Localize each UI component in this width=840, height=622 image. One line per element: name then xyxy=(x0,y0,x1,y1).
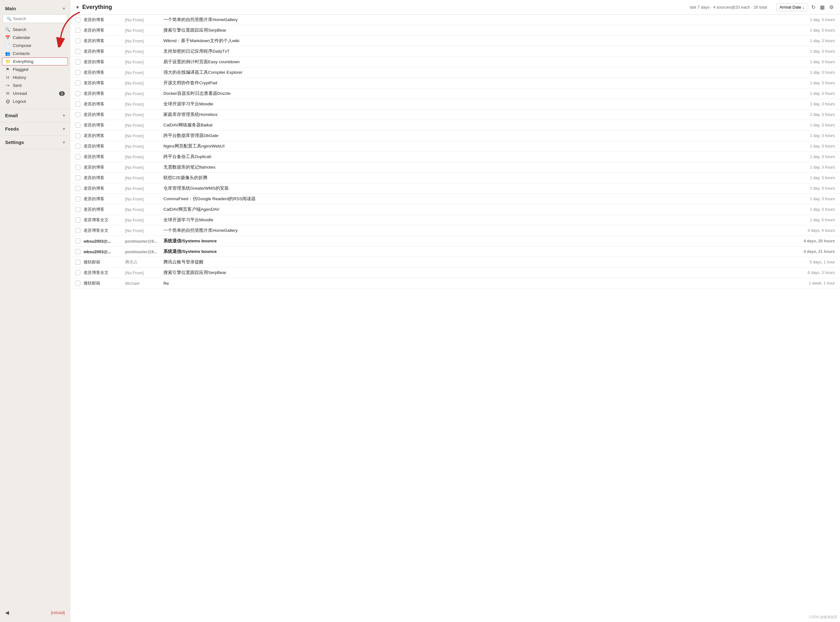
sidebar-item-flagged[interactable]: ⚑Flagged xyxy=(0,66,70,73)
collapse-button[interactable]: ◀ xyxy=(5,610,9,616)
email-row[interactable]: 老苏博客全文[No From]搜索引擎位置跟踪应用SerpBear6 days,… xyxy=(70,268,840,278)
email-row[interactable]: 老苏的博客[No From]支持加密的日记应用程序DailyTxT1 day, … xyxy=(70,46,840,57)
email-row[interactable]: 老苏博客全文[No From]一个简单的自托管图片库HomeGallery4 d… xyxy=(70,226,840,236)
email-sender: 老苏的博客 xyxy=(84,154,122,160)
email-checkbox[interactable] xyxy=(75,228,81,233)
email-checkbox[interactable] xyxy=(75,102,81,107)
sidebar-settings-header[interactable]: Settings ▾ xyxy=(0,138,70,147)
email-row[interactable]: 微软邮箱腾讯云腾讯云账号登录提醒5 days, 1 hour xyxy=(70,257,840,268)
sidebar-divider-1 xyxy=(0,108,70,109)
email-from: [No From] xyxy=(125,154,160,159)
sidebar-item-logout[interactable]: ⏻Logout xyxy=(0,98,70,105)
sidebar-item-search[interactable]: 🔍Search xyxy=(0,26,70,34)
email-row[interactable]: 老苏的博客[No From]联想C2E摄像头的折腾1 day, 3 hours xyxy=(70,173,840,183)
filter-icon[interactable]: ▼ xyxy=(75,5,80,10)
email-checkbox[interactable] xyxy=(75,270,81,275)
email-checkbox[interactable] xyxy=(75,197,81,201)
sidebar-email-header[interactable]: Email ▾ xyxy=(0,111,70,120)
email-checkbox[interactable] xyxy=(75,186,81,191)
email-checkbox[interactable] xyxy=(75,144,81,149)
email-checkbox[interactable] xyxy=(75,165,81,170)
email-checkbox[interactable] xyxy=(75,28,81,33)
email-checkbox[interactable] xyxy=(75,218,81,223)
email-checkbox[interactable] xyxy=(75,123,81,128)
email-row[interactable]: 老苏的博客[No From]全球开源学习平台Moodle1 day, 3 hou… xyxy=(70,99,840,110)
reload-link[interactable]: [reload] xyxy=(51,610,65,615)
email-checkbox[interactable] xyxy=(75,59,81,64)
sidebar-item-label-calendar: Calendar xyxy=(13,35,65,40)
email-row[interactable]: 老苏的博客[No From]跨平台数据库管理器DbGate1 day, 3 ho… xyxy=(70,131,840,141)
email-checkbox[interactable] xyxy=(75,133,81,138)
sidebar-main-header[interactable]: Main ▾ xyxy=(0,4,70,13)
email-checkbox[interactable] xyxy=(75,38,81,43)
sidebar-item-compose[interactable]: 📄Compose xyxy=(0,41,70,49)
email-subject: 联想C2E摄像头的折腾 xyxy=(163,175,790,181)
email-checkbox[interactable] xyxy=(75,249,81,254)
sidebar-feeds-chevron: ▾ xyxy=(63,127,65,131)
email-checkbox[interactable] xyxy=(75,49,81,54)
email-checkbox[interactable] xyxy=(75,238,81,244)
settings-button[interactable]: ⚙ xyxy=(828,3,835,11)
email-sender: 老苏的博客 xyxy=(84,165,122,170)
sidebar-item-sent[interactable]: ↪Sent xyxy=(0,81,70,89)
email-row[interactable]: 老苏的博客[No From]Nginx网页配置工具nginxWebUI1 day… xyxy=(70,141,840,152)
email-subject: 全球开源学习平台Moodle xyxy=(163,217,790,223)
email-checkbox[interactable] xyxy=(75,259,81,265)
email-row[interactable]: 老苏的博客[No From]CalDAV网页客户端AgenDAV1 day, 3… xyxy=(70,204,840,215)
email-row[interactable]: 老苏的博客[No From]无需数据库的笔记flatnotes1 day, 3 … xyxy=(70,162,840,173)
email-sender: wbsu2003@... xyxy=(84,249,122,254)
email-row[interactable]: 老苏的博客[No From]强大的在线编译器工具Compiler Explore… xyxy=(70,67,840,78)
email-checkbox[interactable] xyxy=(75,154,81,159)
email-row[interactable]: 老苏的博客[No From]开源文档协作套件CryptPad1 day, 3 h… xyxy=(70,78,840,88)
email-checkbox[interactable] xyxy=(75,112,81,117)
sort-button[interactable]: Arrival Date ↓ xyxy=(776,3,808,11)
email-row[interactable]: wbsu2003@...postmaster@8...系统退信/Systems … xyxy=(70,236,840,247)
email-row[interactable]: 老苏博客全文[No From]全球开源学习平台Moodle1 day, 5 ho… xyxy=(70,215,840,226)
email-subject: 易于设置的倒计时页面Easy countdown xyxy=(163,59,790,65)
sidebar-item-calendar[interactable]: 📅Calendar xyxy=(0,34,70,41)
email-sender: 老苏的博客 xyxy=(84,101,122,107)
email-checkbox[interactable] xyxy=(75,70,81,75)
email-row[interactable]: 老苏的博客[No From]Docker容器实时日志查看器Dozzle1 day… xyxy=(70,88,840,99)
email-sender: 老苏的博客 xyxy=(84,122,122,128)
email-row[interactable]: 老苏的博客[No From]易于设置的倒计时页面Easy countdown1 … xyxy=(70,57,840,67)
email-time: 1 day, 3 hours xyxy=(793,175,835,180)
email-row[interactable]: 老苏的博客[No From]搜索引擎位置跟踪应用SerpBear1 day, 3… xyxy=(70,25,840,36)
email-row[interactable]: 微软邮箱MichaelRe1 week, 1 hour xyxy=(70,278,840,289)
email-from: [No From] xyxy=(125,28,160,33)
email-checkbox[interactable] xyxy=(75,175,81,180)
sidebar-feeds-header[interactable]: Feeds ▾ xyxy=(0,124,70,133)
sidebar-search-container[interactable]: 🔍 xyxy=(3,14,67,23)
sidebar-item-history[interactable]: HHistory xyxy=(0,73,70,81)
sidebar-settings-chevron: ▾ xyxy=(63,140,65,145)
view-button[interactable]: ▦ xyxy=(819,3,826,11)
email-list: 老苏的博客[No From]一个简单的自托管图片库HomeGallery1 da… xyxy=(70,15,840,622)
email-from: [No From] xyxy=(125,60,160,64)
email-checkbox[interactable] xyxy=(75,81,81,85)
email-row[interactable]: 老苏的博客[No From]CommaFeed：仿Google Readerd的… xyxy=(70,194,840,204)
email-checkbox[interactable] xyxy=(75,17,81,22)
email-row[interactable]: 老苏的博客[No From]家庭库存管理系统Homebox1 day, 3 ho… xyxy=(70,110,840,120)
email-checkbox[interactable] xyxy=(75,207,81,212)
email-from: [No From] xyxy=(125,70,160,75)
email-checkbox[interactable] xyxy=(75,281,81,286)
sidebar-item-everything[interactable]: 📁Everything xyxy=(2,58,68,66)
sidebar-email-label: Email xyxy=(5,113,18,118)
email-sender: 老苏博客全文 xyxy=(84,228,122,233)
email-row[interactable]: 老苏的博客[No From]Wikmd：基于Markdown文件的个人wiki1… xyxy=(70,36,840,46)
email-row[interactable]: 老苏的博客[No From]跨平台备份工具Duplicati1 day, 3 h… xyxy=(70,152,840,162)
sidebar-item-contacts[interactable]: 👥Contacts xyxy=(0,49,70,58)
email-row[interactable]: wbsu2003@...postmaster@8...系统退信/Systems … xyxy=(70,247,840,257)
email-row[interactable]: 老苏的博客[No From]一个简单的自托管图片库HomeGallery1 da… xyxy=(70,15,840,25)
sidebar-item-unread[interactable]: ✉Unread0 xyxy=(0,89,70,98)
email-row[interactable]: 老苏的博客[No From]仓库管理系统GreaterWMS的安装1 day, … xyxy=(70,183,840,194)
email-checkbox[interactable] xyxy=(75,91,81,96)
sidebar-item-label-history: History xyxy=(13,75,65,80)
email-row[interactable]: 老苏的博客[No From]CalDAV网络服务器Baikal1 day, 3 … xyxy=(70,120,840,131)
email-subject: Re xyxy=(163,281,790,286)
search-input[interactable] xyxy=(13,16,67,21)
refresh-button[interactable]: ↻ xyxy=(810,3,817,11)
email-subject: 一个简单的自托管图片库HomeGallery xyxy=(163,17,790,23)
sidebar-item-label-sent: Sent xyxy=(13,83,65,88)
email-sender: 老苏的博客 xyxy=(84,196,122,202)
